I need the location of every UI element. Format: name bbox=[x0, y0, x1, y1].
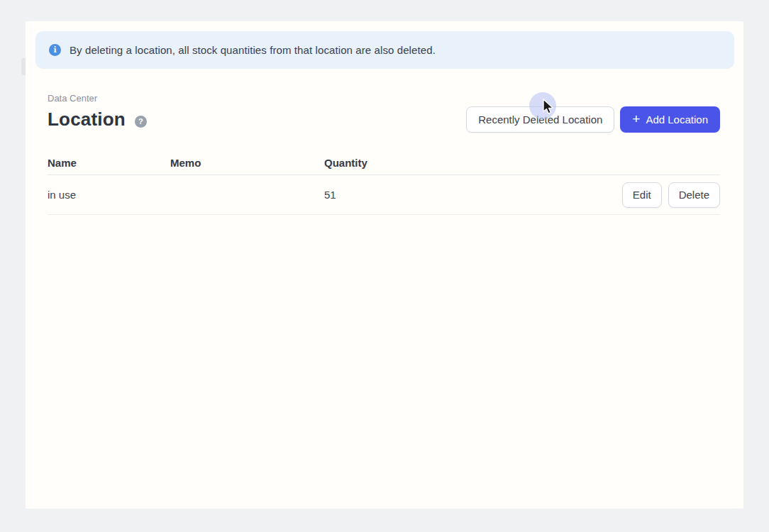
page-background: { "banner": { "icon_glyph": "i", "text":… bbox=[0, 0, 769, 532]
plus-icon: + bbox=[632, 112, 640, 126]
location-table: Name Memo Quantity in use 51 Edit Delete bbox=[48, 150, 720, 215]
add-location-button[interactable]: + Add Location bbox=[620, 106, 720, 133]
column-header-name: Name bbox=[48, 157, 170, 169]
info-banner-text: By deleting a location, all stock quanti… bbox=[70, 44, 436, 56]
page-title: Location bbox=[48, 109, 126, 131]
breadcrumb: Data Center bbox=[48, 93, 147, 104]
edit-button[interactable]: Edit bbox=[622, 182, 662, 208]
content-card: i By deleting a location, all stock quan… bbox=[26, 21, 743, 509]
help-icon[interactable]: ? bbox=[135, 116, 147, 128]
row-actions: Edit Delete bbox=[622, 182, 720, 208]
cell-quantity: 51 bbox=[324, 189, 622, 201]
table-header-row: Name Memo Quantity bbox=[48, 150, 720, 175]
cell-name: in use bbox=[48, 189, 170, 201]
column-header-quantity: Quantity bbox=[324, 157, 720, 169]
add-location-label: Add Location bbox=[646, 113, 708, 126]
info-banner: i By deleting a location, all stock quan… bbox=[35, 31, 734, 69]
info-icon: i bbox=[49, 44, 61, 56]
page-header: Data Center Location ? bbox=[48, 93, 147, 131]
column-header-memo: Memo bbox=[170, 157, 324, 169]
recently-deleted-location-button[interactable]: Recently Deleted Location bbox=[466, 106, 614, 133]
delete-button[interactable]: Delete bbox=[668, 182, 720, 208]
toolbar: Recently Deleted Location + Add Location bbox=[466, 106, 720, 133]
table-row: in use 51 Edit Delete bbox=[48, 175, 720, 215]
